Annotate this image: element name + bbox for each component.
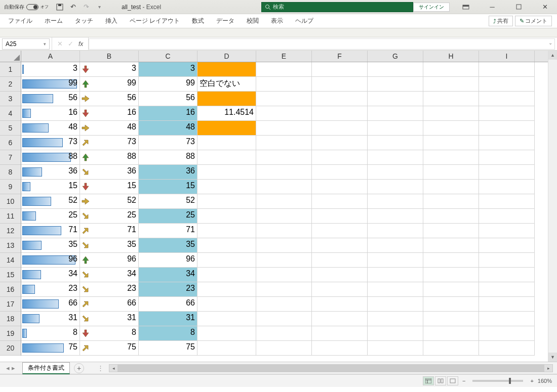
- cell[interactable]: [197, 341, 256, 356]
- cell[interactable]: 35: [139, 238, 197, 253]
- cell[interactable]: 96: [80, 253, 139, 268]
- cell[interactable]: [197, 253, 256, 268]
- cell[interactable]: 16: [139, 106, 197, 121]
- cell[interactable]: [423, 194, 479, 209]
- cell[interactable]: [256, 92, 312, 106]
- cell[interactable]: [479, 253, 535, 268]
- cell[interactable]: [312, 268, 368, 282]
- cell[interactable]: [479, 238, 535, 253]
- view-pagelayout-icon[interactable]: [435, 376, 446, 385]
- cell[interactable]: [423, 209, 479, 224]
- cell[interactable]: 73: [139, 136, 197, 150]
- cell[interactable]: [479, 326, 535, 341]
- cell[interactable]: 73: [21, 136, 80, 150]
- cell[interactable]: [256, 209, 312, 224]
- row-header[interactable]: 9: [0, 180, 21, 194]
- cell[interactable]: [256, 282, 312, 297]
- cell[interactable]: [368, 92, 423, 106]
- col-header-F[interactable]: F: [312, 51, 368, 62]
- cell[interactable]: [423, 136, 479, 150]
- tab-pagelayout[interactable]: ページ レイアウト: [124, 15, 186, 27]
- cell[interactable]: [423, 180, 479, 194]
- row-header[interactable]: 15: [0, 268, 21, 282]
- cell[interactable]: 99: [139, 77, 197, 92]
- cell[interactable]: 36: [80, 165, 139, 180]
- cell[interactable]: 99: [21, 77, 80, 92]
- cell[interactable]: 3: [80, 62, 139, 77]
- cell[interactable]: [368, 106, 423, 121]
- tab-data[interactable]: データ: [210, 15, 241, 27]
- col-header-A[interactable]: A: [21, 51, 80, 62]
- row-header[interactable]: 7: [0, 150, 21, 165]
- cell[interactable]: [197, 150, 256, 165]
- cell[interactable]: [197, 268, 256, 282]
- comments-button[interactable]: ✎コメント: [515, 16, 552, 26]
- row-header[interactable]: 10: [0, 194, 21, 209]
- cell[interactable]: [423, 312, 479, 326]
- cell[interactable]: [423, 106, 479, 121]
- cell[interactable]: 96: [139, 253, 197, 268]
- cell[interactable]: [368, 238, 423, 253]
- cell[interactable]: [368, 180, 423, 194]
- cell[interactable]: [479, 282, 535, 297]
- cell[interactable]: [479, 62, 535, 77]
- cell[interactable]: [312, 282, 368, 297]
- cell[interactable]: [368, 312, 423, 326]
- cell[interactable]: [197, 312, 256, 326]
- cell[interactable]: [312, 326, 368, 341]
- cell[interactable]: 66: [80, 297, 139, 312]
- cell[interactable]: [312, 253, 368, 268]
- cell[interactable]: [368, 165, 423, 180]
- cell[interactable]: [256, 165, 312, 180]
- cell[interactable]: [479, 136, 535, 150]
- share-button[interactable]: ⤴共有: [489, 16, 513, 26]
- cell[interactable]: [423, 224, 479, 238]
- cell[interactable]: [368, 224, 423, 238]
- cell[interactable]: [197, 180, 256, 194]
- col-header-G[interactable]: G: [368, 51, 423, 62]
- view-pagebreak-icon[interactable]: [447, 376, 458, 385]
- cell[interactable]: [479, 77, 535, 92]
- cell[interactable]: 88: [21, 150, 80, 165]
- cell[interactable]: [312, 297, 368, 312]
- cell[interactable]: 34: [139, 268, 197, 282]
- tab-view[interactable]: 表示: [265, 15, 289, 27]
- cell[interactable]: [479, 165, 535, 180]
- cell[interactable]: [256, 341, 312, 356]
- cell[interactable]: 23: [80, 282, 139, 297]
- cell[interactable]: 23: [139, 282, 197, 297]
- cell[interactable]: 3: [21, 62, 80, 77]
- cell[interactable]: 71: [80, 224, 139, 238]
- row-header[interactable]: 2: [0, 77, 21, 92]
- cell[interactable]: [256, 312, 312, 326]
- cell[interactable]: 25: [139, 209, 197, 224]
- cell[interactable]: [256, 268, 312, 282]
- col-header-C[interactable]: C: [139, 51, 197, 62]
- cell[interactable]: [368, 268, 423, 282]
- cell[interactable]: [368, 194, 423, 209]
- row-header[interactable]: 4: [0, 106, 21, 121]
- zoom-out-icon[interactable]: −: [462, 378, 465, 384]
- cell[interactable]: [479, 150, 535, 165]
- cell[interactable]: [197, 92, 256, 106]
- save-icon[interactable]: [56, 3, 64, 11]
- tab-file[interactable]: ファイル: [2, 15, 38, 27]
- cell[interactable]: [312, 62, 368, 77]
- sheet-nav[interactable]: ◂▸: [0, 364, 21, 372]
- cell[interactable]: [312, 106, 368, 121]
- signin-button[interactable]: サインイン: [413, 3, 450, 12]
- formula-input[interactable]: [89, 38, 555, 50]
- scroll-right-icon[interactable]: ▸: [544, 365, 552, 372]
- cell[interactable]: [479, 224, 535, 238]
- minimize-icon[interactable]: ─: [482, 0, 502, 14]
- cell[interactable]: 36: [139, 165, 197, 180]
- horizontal-scrollbar[interactable]: ◂ ▸: [109, 364, 553, 372]
- cell[interactable]: 88: [139, 150, 197, 165]
- search-box[interactable]: 検索: [261, 2, 413, 12]
- cell[interactable]: 88: [80, 150, 139, 165]
- cell[interactable]: [256, 238, 312, 253]
- cell[interactable]: 96: [21, 253, 80, 268]
- cell[interactable]: [423, 297, 479, 312]
- cell[interactable]: 56: [139, 92, 197, 106]
- cell[interactable]: [197, 62, 256, 77]
